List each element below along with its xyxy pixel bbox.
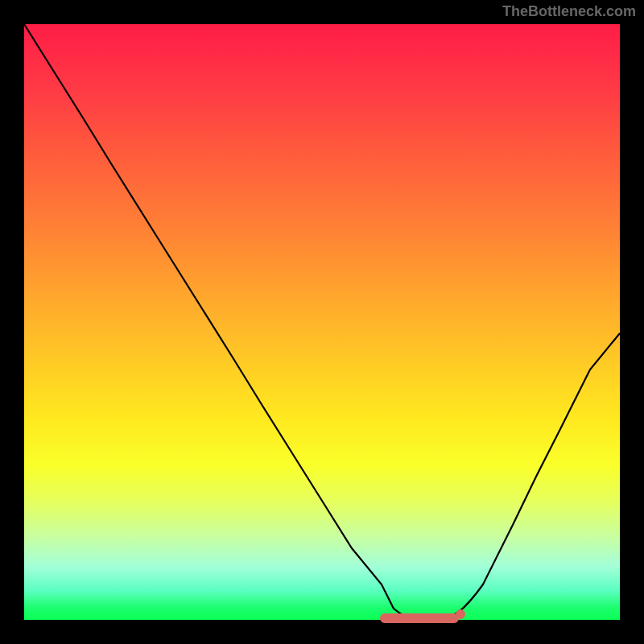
bottleneck-curve-svg	[24, 24, 620, 620]
bottleneck-curve-path	[24, 24, 620, 619]
highlight-end-dot	[456, 609, 465, 619]
optimal-range-highlight	[380, 613, 459, 623]
watermark-text: TheBottleneck.com	[502, 3, 636, 20]
